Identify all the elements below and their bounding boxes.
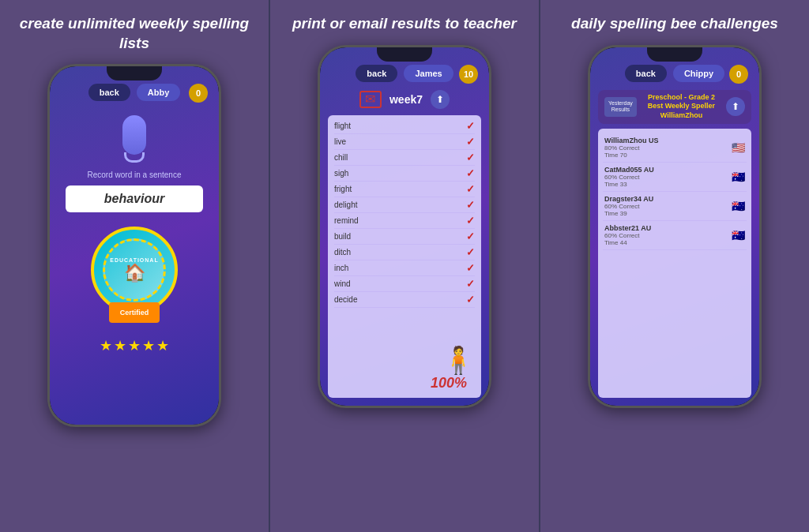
- spell-row: build✓: [334, 229, 475, 245]
- phone1-user-btn[interactable]: Abby: [137, 84, 181, 101]
- check-icon: ✓: [466, 183, 475, 195]
- spell-word: inch: [334, 264, 348, 272]
- lb-player-name: WilliamZhou US: [604, 137, 728, 144]
- star-1: ★: [100, 337, 112, 354]
- week-header: week7 ⬆: [359, 90, 450, 109]
- yesterday-btn[interactable]: YesterdayResults: [604, 97, 637, 117]
- column-2: print or email results to teacher 10 bac…: [270, 0, 540, 532]
- lb-row: Dragster34 AU 60% Correct Time 39 🇦🇺: [603, 192, 747, 221]
- lb-player-correct: 60% Correct: [604, 203, 728, 210]
- phone3-notch: [647, 47, 702, 62]
- phone1-screen: 0 back Abby Record word in a sentence be…: [50, 66, 219, 425]
- check-icon: ✓: [466, 278, 475, 290]
- cert-inner: EDUCATIONAL 🏠: [103, 238, 166, 302]
- phone-3: 0 back Chippy YesterdayResults Preschool…: [588, 45, 762, 408]
- cert-edu-label: EDUCATIONAL: [110, 257, 158, 263]
- character-figure: 🧍: [442, 344, 475, 376]
- check-icon: ✓: [466, 199, 475, 211]
- cert-badge: APP STORE EDUCATIONAL 🏠 Certified: [91, 227, 178, 313]
- lb-player-name: Abbster21 AU: [604, 224, 728, 232]
- leaderboard-header: YesterdayResults Preschool - Grade 2Best…: [598, 90, 751, 124]
- lb-player-info: Dragster34 AU 60% Correct Time 39: [604, 195, 728, 217]
- record-label: Record word in a sentence: [88, 170, 182, 179]
- check-icon: ✓: [466, 136, 475, 148]
- spell-row: flight✓: [334, 118, 475, 134]
- stars-row: ★ ★ ★ ★ ★: [100, 337, 169, 354]
- star-3: ★: [128, 337, 141, 354]
- phone3-screen: 0 back Chippy YesterdayResults Preschool…: [590, 47, 759, 406]
- phone1-notch: [107, 66, 162, 81]
- phone3-coin: 0: [729, 65, 748, 84]
- star-2: ★: [114, 337, 126, 354]
- spell-row: delight✓: [334, 197, 475, 213]
- spell-row: chill✓: [334, 150, 475, 166]
- lb-player-info: Abbster21 AU 60% Correct Time 44: [604, 224, 728, 246]
- check-icon: ✓: [466, 167, 475, 179]
- cert-certified-label: Certified: [109, 302, 160, 323]
- check-icon: ✓: [466, 120, 475, 132]
- spell-word: flight: [334, 122, 351, 130]
- phone2-user-btn[interactable]: James: [404, 65, 453, 82]
- lb-player-time: Time 39: [604, 210, 728, 217]
- lb-player-time: Time 44: [604, 239, 728, 246]
- check-icon: ✓: [466, 262, 475, 274]
- week-title: week7: [389, 93, 423, 106]
- flag-icon: 🇦🇺: [732, 170, 745, 183]
- spell-word: sigh: [334, 169, 348, 178]
- spell-word: chill: [334, 153, 348, 162]
- lb-share-icon[interactable]: ⬆: [726, 97, 745, 116]
- phone1-back-btn[interactable]: back: [88, 84, 130, 101]
- spell-word: live: [334, 137, 346, 146]
- col1-heading: create unlimited weekly spelling lists: [8, 14, 261, 53]
- word-display: behaviour: [66, 185, 204, 212]
- spell-row: remind✓: [334, 213, 475, 229]
- spell-row: fright✓: [334, 182, 475, 197]
- score-100: 100%: [431, 375, 467, 392]
- phone1-navbar: back Abby: [58, 84, 211, 101]
- check-icon: ✓: [466, 152, 475, 163]
- spell-word: wind: [334, 279, 351, 288]
- spell-row: inch✓: [334, 260, 475, 276]
- phone3-back-btn[interactable]: back: [625, 65, 667, 82]
- spell-word: remind: [334, 216, 359, 225]
- spell-row: wind✓: [334, 276, 475, 292]
- spell-word: decide: [334, 295, 357, 304]
- lb-row: WilliamZhou US 80% Correct Time 70 🇺🇸: [603, 133, 747, 163]
- column-1: create unlimited weekly spelling lists 0…: [0, 0, 270, 532]
- check-icon: ✓: [466, 215, 475, 227]
- microphone-icon: [122, 115, 146, 155]
- lb-row: CatMad055 AU 60% Correct Time 33 🇦🇺: [603, 163, 747, 192]
- share-icon[interactable]: ⬆: [431, 90, 450, 109]
- phone2-notch: [377, 47, 432, 62]
- lb-player-info: CatMad055 AU 60% Correct Time 33: [604, 166, 728, 188]
- spell-row: decide✓: [334, 292, 475, 308]
- phone-2: 10 back James week7 ⬆ flight✓live✓chill✓…: [318, 45, 491, 408]
- email-icon: [359, 91, 382, 108]
- phone2-navbar: back James: [328, 65, 481, 82]
- spell-word: fright: [334, 185, 352, 193]
- phone2-coin: 10: [459, 65, 478, 84]
- lb-player-time: Time 70: [604, 152, 728, 159]
- spell-word: ditch: [334, 248, 351, 257]
- leaderboard-list: WilliamZhou US 80% Correct Time 70 🇺🇸 Ca…: [598, 129, 751, 398]
- col3-heading: daily spelling bee challenges: [571, 14, 778, 34]
- spell-word: build: [334, 232, 351, 241]
- phone-1: 0 back Abby Record word in a sentence be…: [47, 64, 221, 427]
- star-5: ★: [156, 337, 169, 354]
- phone2-back-btn[interactable]: back: [356, 65, 397, 82]
- flag-icon: 🇦🇺: [732, 229, 745, 242]
- check-icon: ✓: [466, 246, 475, 258]
- spell-row: sigh✓: [334, 166, 475, 182]
- col2-heading: print or email results to teacher: [292, 14, 517, 34]
- phone3-user-btn[interactable]: Chippy: [673, 65, 724, 82]
- lb-player-name: Dragster34 AU: [604, 195, 728, 203]
- column-3: daily spelling bee challenges 0 back Chi…: [540, 0, 809, 532]
- star-4: ★: [142, 337, 155, 354]
- check-icon: ✓: [466, 230, 475, 242]
- spell-word: delight: [334, 200, 357, 209]
- lb-player-correct: 60% Correct: [604, 232, 728, 239]
- flag-icon: 🇺🇸: [732, 141, 745, 154]
- spell-row: live✓: [334, 134, 475, 150]
- spell-row: ditch✓: [334, 245, 475, 260]
- lb-player-correct: 80% Correct: [604, 144, 728, 152]
